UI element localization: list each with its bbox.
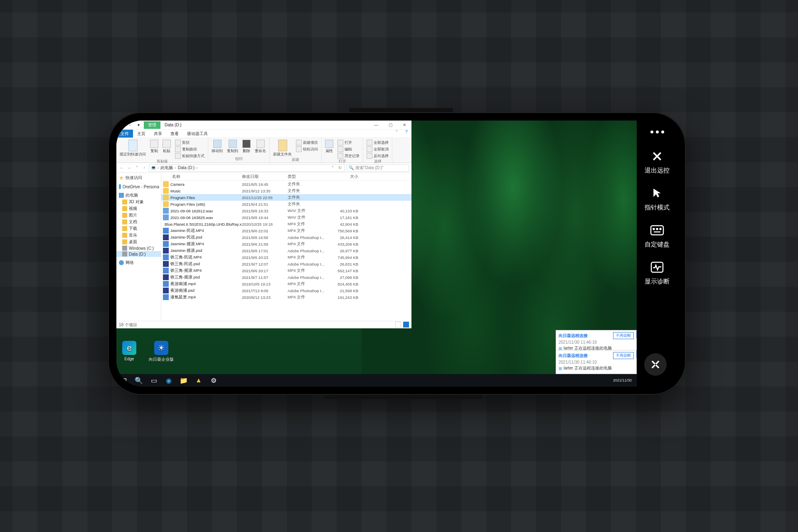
- help-icon[interactable]: ?: [401, 130, 411, 138]
- dismiss-button[interactable]: 不再提醒: [613, 332, 634, 339]
- system-tray-date[interactable]: 2021/11/30: [610, 378, 635, 382]
- table-row[interactable]: 夜游南浦.psd2021/7/13 9:09Adobe Photoshop I.…: [161, 287, 411, 294]
- select-none-button[interactable]: 全部取消: [367, 146, 389, 152]
- details-view-icon[interactable]: [395, 322, 401, 328]
- desktop-icon-sunflower[interactable]: ☀ 向日葵企业版: [149, 341, 174, 362]
- nav-onedrive[interactable]: OneDrive - Persona: [116, 184, 161, 190]
- taskbar-edge-icon[interactable]: ◉: [163, 374, 175, 386]
- nav-3d[interactable]: 3D 对象: [116, 199, 161, 205]
- quick-access-icon[interactable]: ▫: [127, 122, 133, 128]
- search-button[interactable]: 🔍: [133, 374, 145, 386]
- nav-videos[interactable]: 视频: [116, 205, 161, 212]
- move-to-button[interactable]: 移动到: [212, 140, 223, 154]
- tab-file[interactable]: 文件: [116, 130, 133, 138]
- custom-keyboard-button[interactable]: 自定键盘: [645, 223, 670, 249]
- select-all-button[interactable]: 全部选择: [367, 140, 389, 145]
- table-row[interactable]: 2021-09-08 162612.wav2021/9/8 16:33WAV 文…: [161, 207, 411, 214]
- taskbar-settings-icon[interactable]: ⚙: [208, 374, 219, 386]
- nav-downloads[interactable]: 下载: [116, 225, 161, 232]
- management-context-tab[interactable]: 管理: [144, 121, 160, 129]
- folder-icon: [163, 195, 169, 200]
- cut-button[interactable]: 剪切: [175, 140, 204, 145]
- forward-button[interactable]: →: [126, 165, 132, 170]
- copy-to-button[interactable]: 复制到: [227, 140, 238, 154]
- open-button[interactable]: 打开: [337, 140, 360, 145]
- tab-home[interactable]: 主页: [133, 130, 150, 138]
- nav-network[interactable]: 网络: [116, 259, 161, 266]
- remote-desktop-viewport[interactable]: 📁 ▫ ▾ 管理 Data (D:) — ▢ ✕ 文件: [116, 121, 637, 387]
- diagnostics-button[interactable]: 显示诊断: [645, 260, 670, 286]
- recent-locations-icon[interactable]: ˅: [134, 165, 140, 170]
- rename-button[interactable]: 重命名: [255, 140, 266, 154]
- table-row[interactable]: Jasmine-民谣.MP42021/9/6 22:02MP4 文件750,56…: [161, 227, 411, 234]
- close-button[interactable]: ✕: [397, 121, 411, 130]
- table-row[interactable]: 液氧延景.mp42020/6/12 13:23MP4 文件191,242 KB: [161, 294, 411, 300]
- table-row[interactable]: Camera2021/6/5 19:45文件夹: [161, 181, 411, 187]
- breadcrumb[interactable]: 💻 › 此电脑 › Data (D:) › ˅ ↻: [149, 164, 345, 172]
- search-input[interactable]: 🔍 搜索"Data (D:)": [347, 164, 409, 172]
- start-button[interactable]: ⊞: [118, 374, 130, 386]
- history-button[interactable]: 历史记录: [337, 153, 360, 159]
- column-headers[interactable]: 名称 修改日期 类型 大小: [161, 173, 411, 181]
- table-row[interactable]: Jasmine-摇滚.MP42021/9/6 21:59MP4 文件433,20…: [161, 241, 411, 247]
- nav-d-drive[interactable]: Data (D:): [116, 251, 161, 257]
- path-dropdown-icon[interactable]: ˅: [330, 165, 335, 170]
- up-button[interactable]: ↑: [141, 165, 147, 170]
- nav-this-pc[interactable]: 此电脑: [116, 192, 161, 199]
- table-row[interactable]: 2021-09-08 163825.wav2021/9/8 16:44WAV 文…: [161, 214, 411, 221]
- task-view-button[interactable]: ▭: [148, 374, 160, 386]
- taskbar[interactable]: ⊞ 🔍 ▭ ◉ 📁 ▲ ⚙ 2021/11/30: [116, 374, 637, 387]
- table-row[interactable]: 铁三角-摇滚.psd2021/9/7 11:57Adobe Photoshop …: [161, 274, 411, 281]
- table-row[interactable]: Program Files2021/11/25 22:55文件夹: [161, 194, 411, 201]
- maximize-button[interactable]: ▢: [383, 121, 397, 130]
- desktop-icon-edge[interactable]: e Edge: [122, 341, 136, 362]
- nav-c-drive[interactable]: Windows (C:): [116, 245, 161, 251]
- paste-button[interactable]: 粘贴: [163, 140, 171, 154]
- back-button[interactable]: ←: [119, 165, 125, 170]
- properties-button[interactable]: 属性: [325, 140, 333, 154]
- copy-path-button[interactable]: 复制路径: [175, 146, 204, 152]
- paste-shortcut-button[interactable]: 粘贴快捷方式: [175, 153, 204, 159]
- minimize-button[interactable]: —: [369, 121, 383, 130]
- navigation-pane[interactable]: 快速访问 OneDrive - Persona 此电脑 3D 对象 视频 图片 …: [116, 173, 161, 321]
- table-row[interactable]: 铁三角-摇滚.MP42021/9/6 20:17MP4 文件562,147 KB: [161, 267, 411, 274]
- exit-remote-button[interactable]: 退出远控: [645, 149, 670, 175]
- notification-toast[interactable]: 向日葵远程连接 不再提醒 ✕ 2021/11/30 11:46:10 ⊞lart…: [556, 350, 637, 374]
- table-row[interactable]: 铁三角-民谣.MP42021/9/6 20:23MP4 文件745,994 KB: [161, 254, 411, 261]
- invert-selection-button[interactable]: 反向选择: [367, 153, 389, 159]
- new-folder-button[interactable]: 新建文件夹: [273, 140, 292, 157]
- more-menu-button[interactable]: [650, 131, 664, 133]
- table-row[interactable]: Jasmine-民谣.psd2021/9/8 16:58Adobe Photos…: [161, 234, 411, 241]
- table-row[interactable]: 铁三角-民谣.psd2021/9/7 12:07Adobe Photoshop …: [161, 261, 411, 267]
- tab-drive-tools[interactable]: 驱动器工具: [183, 130, 212, 138]
- pin-button[interactable]: 固定到快速访问: [120, 140, 146, 157]
- dismiss-button[interactable]: 不再提醒: [613, 352, 634, 359]
- nav-documents[interactable]: 文档: [116, 219, 161, 225]
- table-row[interactable]: Music2021/9/12 13:35文件夹: [161, 187, 411, 194]
- table-row[interactable]: Program Files (x86)2021/6/4 21:51文件夹: [161, 201, 411, 207]
- delete-button[interactable]: 删除: [242, 140, 251, 154]
- tab-view[interactable]: 查看: [166, 130, 183, 138]
- nav-quick-access[interactable]: 快速访问: [116, 175, 161, 181]
- nav-music[interactable]: 音乐: [116, 232, 161, 239]
- taskbar-explorer-icon[interactable]: 📁: [178, 374, 190, 386]
- easy-access-button[interactable]: 轻松访问: [296, 146, 318, 152]
- nav-pictures[interactable]: 图片: [116, 212, 161, 219]
- copy-button[interactable]: 复制: [150, 140, 158, 154]
- table-row[interactable]: 夜游南浦.mp42019/10/5 19:13MP4 文件824,405 KB: [161, 281, 411, 287]
- table-row[interactable]: Jasmine-摇滚.psd2021/9/8 17:01Adobe Photos…: [161, 247, 411, 254]
- refresh-icon[interactable]: ↻: [337, 165, 343, 170]
- pointer-mode-button[interactable]: 指针模式: [645, 186, 670, 212]
- window-titlebar[interactable]: 📁 ▫ ▾ 管理 Data (D:) — ▢ ✕: [116, 121, 411, 130]
- table-row[interactable]: Blue.Planet.II.S01E01.2160p.UHD.BluRay.x…: [161, 221, 411, 227]
- new-item-button[interactable]: 新建项目: [296, 140, 318, 145]
- ribbon-collapse-icon[interactable]: ˄: [392, 130, 401, 138]
- file-list[interactable]: 名称 修改日期 类型 大小 Camera2021/6/5 19:45文件夹Mus…: [161, 173, 411, 321]
- nav-desktop[interactable]: 桌面: [116, 239, 161, 245]
- taskbar-app-icon[interactable]: ▲: [193, 374, 204, 386]
- collapse-sidebar-button[interactable]: [644, 353, 667, 376]
- edit-button[interactable]: 编辑: [337, 146, 360, 152]
- dropdown-icon[interactable]: ▾: [135, 122, 141, 128]
- tab-share[interactable]: 共享: [150, 130, 166, 138]
- large-icons-view-icon[interactable]: [403, 322, 409, 328]
